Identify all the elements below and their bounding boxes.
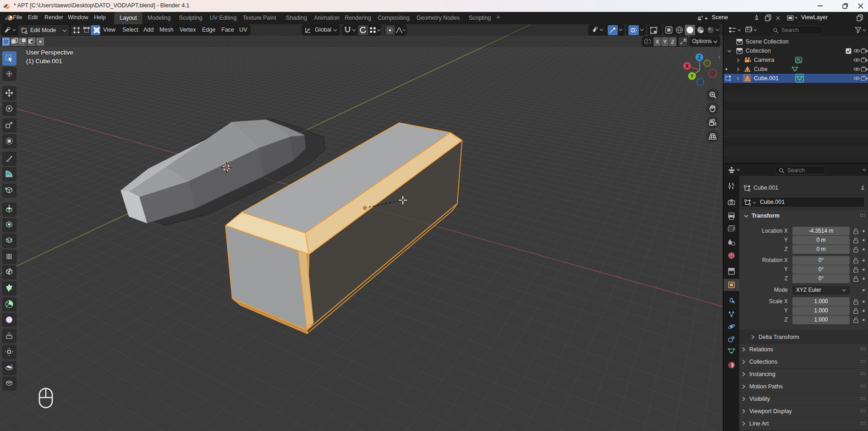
svg-text:X: X (686, 64, 689, 69)
svg-text:Y: Y (691, 74, 694, 79)
svg-text:Z: Z (698, 55, 701, 60)
